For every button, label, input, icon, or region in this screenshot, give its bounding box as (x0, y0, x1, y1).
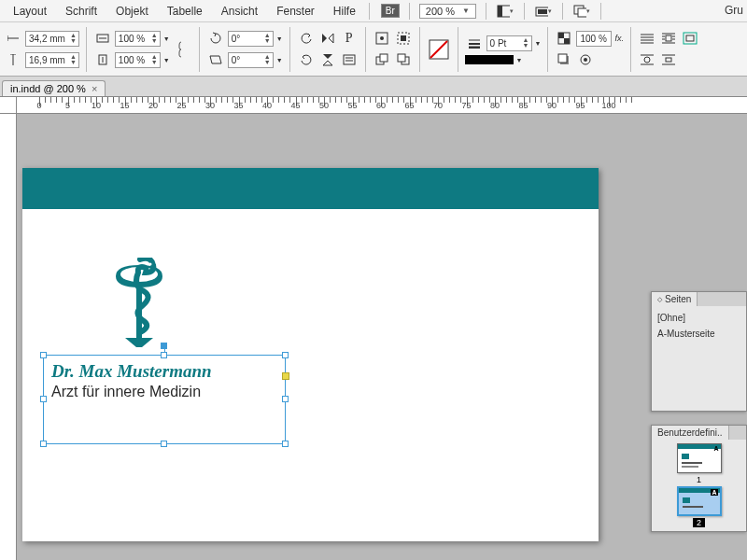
svg-rect-34 (558, 33, 564, 38)
chevron-down-icon[interactable]: ▼ (276, 57, 283, 63)
menu-tabelle[interactable]: Tabelle (158, 5, 212, 18)
text-wrap-none-icon[interactable] (638, 29, 656, 48)
select-content-icon[interactable] (394, 29, 413, 48)
text-wrap-bounding-icon[interactable] (659, 29, 678, 48)
separator (199, 27, 200, 72)
screen-mode-icon[interactable]: ▾ (534, 3, 553, 20)
user-panel-tab[interactable]: Benutzerdefini.. (652, 426, 729, 440)
scale-y-field[interactable]: 100 %▲▼ (115, 52, 161, 68)
stepper-icon[interactable]: ▲▼ (68, 54, 78, 65)
svg-marker-14 (329, 34, 333, 43)
menu-ansicht[interactable]: Ansicht (212, 5, 267, 18)
svg-rect-51 (684, 33, 697, 44)
rotate-icon (206, 29, 225, 48)
document-tab[interactable]: in.indd @ 200 % × (2, 80, 106, 96)
svg-rect-17 (344, 55, 355, 64)
text-frame-options-icon[interactable] (340, 50, 359, 69)
shear-field[interactable]: 0°▲▼ (228, 52, 274, 68)
resize-handle-tr[interactable] (282, 352, 289, 358)
drop-shadow-icon[interactable] (555, 50, 573, 69)
page-thumb-2[interactable]: A (677, 486, 722, 516)
live-corner-handle[interactable] (282, 372, 289, 380)
fill-none-icon[interactable] (427, 37, 451, 62)
bridge-icon[interactable]: Br (381, 4, 400, 18)
menu-schrift[interactable]: Schrift (56, 5, 106, 18)
select-container-icon[interactable] (373, 29, 391, 48)
chevron-down-icon[interactable]: ▼ (163, 35, 170, 42)
separator (409, 3, 410, 20)
opacity-field[interactable]: 100 % (576, 31, 612, 47)
page-thumb-1[interactable]: A (677, 443, 722, 473)
menu-layout[interactable]: Layout (4, 5, 56, 18)
arrange-icon[interactable]: ▾ (572, 3, 591, 20)
ruler-origin[interactable] (0, 97, 17, 114)
effects-label[interactable]: fx. (614, 34, 624, 43)
rotate-ccw-icon[interactable] (297, 29, 316, 48)
rotate-cw-icon[interactable] (297, 50, 316, 69)
menu-objekt[interactable]: Objekt (106, 5, 158, 18)
scale-x-field[interactable]: 100 %▲▼ (115, 31, 161, 47)
rotation-handle[interactable] (161, 343, 167, 349)
master-none-entry[interactable]: [Ohne] (655, 310, 742, 326)
stepper-icon[interactable]: ▲▼ (149, 33, 160, 44)
select-next-icon[interactable] (394, 50, 413, 69)
pasteboard[interactable]: Dr. Max Mustermann Arzt für innere Mediz… (17, 114, 747, 560)
rotate-field[interactable]: 0°▲▼ (228, 31, 274, 47)
selected-text-frame[interactable]: Dr. Max Mustermann Arzt für innere Mediz… (43, 355, 286, 444)
resize-handle-ml[interactable] (40, 396, 47, 402)
chevron-down-icon[interactable]: ▼ (535, 40, 542, 47)
select-prev-icon[interactable] (373, 50, 391, 69)
menu-fenster[interactable]: Fenster (267, 5, 324, 18)
text-wrap-jump-icon[interactable] (659, 50, 678, 69)
svg-rect-3 (538, 9, 547, 14)
frame-fitting-icon[interactable] (681, 29, 699, 48)
stepper-icon[interactable]: ▲▼ (68, 33, 78, 44)
svg-rect-1 (498, 6, 502, 17)
link-scale-icon[interactable] (174, 40, 192, 59)
resize-handle-tm[interactable] (161, 352, 167, 358)
document-page[interactable]: Dr. Max Mustermann Arzt für innere Mediz… (22, 168, 599, 541)
x-position-field[interactable]: 34,2 mm▲▼ (25, 31, 79, 47)
text-wrap-shape-icon[interactable] (638, 50, 656, 69)
stepper-icon[interactable]: ▲▼ (262, 33, 273, 44)
chevron-down-icon: ▼ (458, 7, 473, 15)
resize-handle-br[interactable] (282, 441, 289, 447)
svg-rect-5 (578, 8, 586, 17)
chevron-down-icon[interactable]: ▼ (516, 57, 523, 63)
resize-handle-mr[interactable] (282, 396, 289, 402)
zoom-level-field[interactable]: 200 %▼ (419, 4, 476, 19)
resize-handle-bm[interactable] (161, 441, 167, 447)
separator (419, 27, 420, 72)
chevron-down-icon[interactable]: ▼ (276, 35, 283, 42)
svg-marker-12 (210, 56, 221, 63)
separator (458, 27, 458, 72)
stroke-weight-field[interactable]: 0 Pt▲▼ (486, 35, 532, 51)
vertical-ruler[interactable] (0, 114, 17, 560)
menu-hilfe[interactable]: Hilfe (324, 5, 365, 18)
stepper-icon[interactable]: ▲▼ (262, 54, 273, 65)
svg-rect-25 (380, 54, 388, 62)
opacity-icon (555, 29, 573, 48)
document-tab-bar: in.indd @ 200 % × (0, 77, 747, 97)
pages-panel-tab[interactable]: ◇Seiten (652, 292, 698, 306)
flip-v-icon[interactable] (318, 50, 337, 69)
flip-h-icon[interactable] (318, 29, 337, 48)
user-defined-panel[interactable]: Benutzerdefini.. A 1 A 2 (651, 425, 747, 532)
chevron-down-icon[interactable]: ▼ (163, 57, 170, 63)
separator (630, 27, 631, 72)
menu-bar: Layout Schrift Objekt Tabelle Ansicht Fe… (0, 0, 747, 22)
horizontal-ruler[interactable]: 0510152025303540455055606570758085909510… (17, 97, 747, 114)
master-a-entry[interactable]: A-Musterseite (655, 326, 742, 342)
close-icon[interactable]: × (92, 83, 97, 94)
stepper-icon[interactable]: ▲▼ (521, 37, 531, 49)
stroke-style-swatch[interactable] (465, 55, 514, 64)
y-position-field[interactable]: 16,9 mm▲▼ (25, 52, 79, 68)
paragraph-icon[interactable]: P (340, 29, 359, 48)
y-icon (4, 50, 22, 69)
pages-panel[interactable]: ◇Seiten [Ohne] A-Musterseite (651, 291, 747, 412)
effects-more-icon[interactable] (576, 50, 595, 69)
resize-handle-tl[interactable] (40, 352, 47, 358)
stepper-icon[interactable]: ▲▼ (149, 54, 160, 65)
resize-handle-bl[interactable] (40, 441, 47, 447)
view-mode-icon[interactable]: ▾ (496, 3, 514, 20)
